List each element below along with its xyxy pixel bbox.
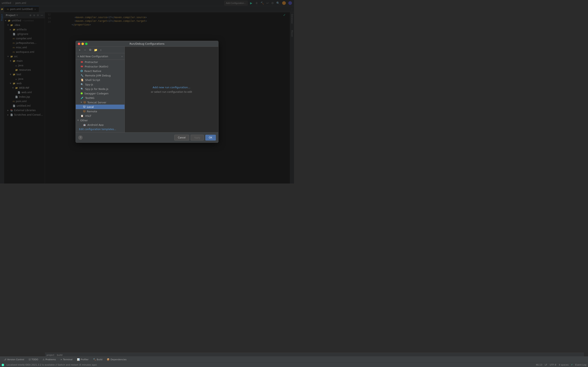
traffic-lights [78, 43, 87, 45]
sort-config-button[interactable]: ↕ [99, 48, 103, 52]
run-debug-dialog: Run/Debug Configurations + − ⧉ 📁 ↕ ⊕ Add… [76, 41, 218, 143]
maximize-button[interactable] [85, 43, 87, 45]
hint-sub: or select run configuration to edit [151, 91, 192, 93]
config-tomcat-remote[interactable]: 🐱 Remote [76, 109, 125, 114]
dialog-left-panel: + − ⧉ 📁 ↕ ⊕ Add New Configuration ≡ [76, 47, 125, 132]
config-protractor[interactable]: Protractor [76, 60, 125, 64]
dialog-footer: ? Cancel Apply OK [76, 132, 218, 142]
dialog-overlay: Run/Debug Configurations + − ⧉ 📁 ↕ ⊕ Add… [0, 0, 294, 184]
config-xslt[interactable]: 📋 XSLT [76, 114, 125, 118]
minimize-button[interactable] [81, 43, 84, 45]
hint-main[interactable]: Add new run configuration... [153, 86, 190, 89]
dialog-body: + − ⧉ 📁 ↕ ⊕ Add New Configuration ≡ [76, 47, 218, 132]
config-remote-jvm[interactable]: 🔧 Remote JVM Debug [76, 73, 125, 78]
config-android-app[interactable]: 🤖 Android App [76, 123, 125, 126]
dialog-title-bar: Run/Debug Configurations [76, 41, 218, 47]
close-button[interactable] [78, 43, 80, 45]
edit-templates-link[interactable]: Edit configuration templates... [77, 128, 118, 131]
apply-button[interactable]: Apply [191, 135, 204, 141]
config-tomcat-local[interactable]: 🐱 Local [76, 105, 125, 109]
config-testng[interactable]: 🧪 TestNG [76, 96, 125, 100]
edit-templates-section: Edit configuration templates... [76, 126, 125, 132]
config-shell-script[interactable]: 📜 Shell Script [76, 78, 125, 82]
dialog-toolbar: + − ⧉ 📁 ↕ [76, 47, 125, 53]
config-protractor-kotlin[interactable]: Protractor (Kotlin) [76, 64, 125, 69]
add-config-button[interactable]: + [77, 48, 82, 52]
config-other-section[interactable]: ▼ Other [76, 118, 125, 123]
add-new-config-section[interactable]: ⊕ Add New Configuration ≡ [76, 53, 125, 60]
help-button[interactable]: ? [78, 135, 83, 140]
folder-config-button[interactable]: 📁 [93, 48, 98, 52]
dialog-title: Run/Debug Configurations [130, 42, 164, 45]
config-swagger[interactable]: Swagger Codegen [76, 91, 125, 96]
remove-config-button[interactable]: − [83, 48, 87, 52]
dialog-right-panel: Add new run configuration... or select r… [125, 47, 218, 132]
config-tomcat-server[interactable]: ▼ 🐱 Tomcat Server [76, 100, 125, 105]
cancel-button[interactable]: Cancel [174, 135, 189, 141]
config-tree: Protractor Protractor (Kotlin) React Nat… [76, 60, 125, 126]
config-react-native[interactable]: React Native [76, 69, 125, 73]
config-spy-js[interactable]: 🔍 Spy-js [76, 82, 125, 87]
copy-config-button[interactable]: ⧉ [88, 48, 93, 52]
config-spy-js-node[interactable]: 🔍 Spy-js for Node.js [76, 87, 125, 91]
ok-button[interactable]: OK [205, 135, 216, 141]
add-new-config-label: Add New Configuration [80, 55, 108, 58]
